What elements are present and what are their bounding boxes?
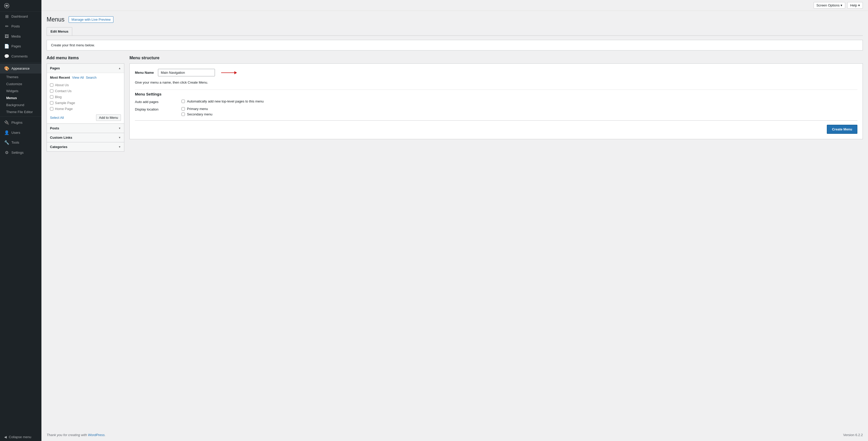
topbar: Screen Options ▾ Help ▾ — [41, 0, 868, 11]
posts-accordion-header[interactable]: Posts ▼ — [47, 124, 124, 133]
sidebar-sub-themes[interactable]: Themes — [0, 73, 41, 80]
sidebar: ⊞ Dashboard ✏ Posts 🖼 Media 📄 Pages 💬 Co… — [0, 0, 41, 441]
screen-options-chevron: ▾ — [841, 3, 842, 7]
sidebar-item-comments[interactable]: 💬 Comments — [0, 52, 41, 61]
sidebar-item-plugins[interactable]: 🔌 Plugins — [0, 118, 41, 128]
help-chevron: ▾ — [858, 3, 860, 7]
pages-accordion-label: Pages — [50, 66, 60, 70]
sidebar-collapse-button[interactable]: ◀ Collapse menu — [0, 433, 41, 441]
sidebar-sub-theme-file-editor[interactable]: Theme File Editor — [0, 108, 41, 115]
pages-tab-search[interactable]: Search — [86, 75, 97, 79]
sidebar-sub-background[interactable]: Background — [0, 101, 41, 108]
sidebar-item-media[interactable]: 🖼 Media — [0, 32, 41, 41]
media-icon: 🖼 — [4, 34, 9, 39]
right-panel: Menu structure Menu Name — [129, 56, 863, 139]
select-all-link[interactable]: Select All — [50, 116, 64, 120]
page-checkbox-contact-us[interactable] — [50, 89, 53, 93]
sidebar-separator — [0, 62, 41, 63]
display-location-options: Primary menu Secondary menu — [182, 107, 212, 116]
page-checkbox-about-us[interactable] — [50, 83, 53, 87]
footer-text-before: Thank you for creating with — [46, 433, 88, 437]
posts-accordion-label: Posts — [50, 126, 59, 130]
sidebar-logo[interactable] — [0, 0, 41, 12]
sidebar-sub-widgets[interactable]: Widgets — [0, 88, 41, 95]
page-label-about-us: About Us — [55, 83, 69, 87]
sidebar-item-label: Pages — [11, 44, 21, 49]
svg-point-1 — [6, 5, 7, 6]
two-column-layout: Add menu items Pages ▲ Most Recent View … — [46, 56, 863, 152]
secondary-menu-checkbox[interactable] — [182, 112, 185, 116]
page-label-home: Home Page — [55, 107, 73, 111]
dashboard-icon: ⊞ — [4, 14, 9, 20]
collapse-label: Collapse menu — [9, 435, 31, 439]
custom-links-chevron-icon: ▼ — [118, 136, 121, 139]
menu-name-input[interactable] — [158, 69, 215, 76]
sidebar-item-label: Comments — [11, 54, 28, 59]
custom-links-accordion-header[interactable]: Custom Links ▼ — [47, 133, 124, 142]
list-item[interactable]: Sample Page — [50, 100, 121, 106]
live-preview-label: Manage with Live Preview — [71, 18, 111, 22]
sidebar-item-dashboard[interactable]: ⊞ Dashboard — [0, 12, 41, 22]
page-title: Menus — [46, 16, 64, 23]
primary-menu-label: Primary menu — [187, 107, 208, 111]
list-item[interactable]: About Us — [50, 82, 121, 88]
auto-add-checkbox[interactable] — [182, 100, 185, 103]
list-item[interactable]: Blog — [50, 94, 121, 100]
arrowhead-icon — [234, 71, 237, 74]
pages-accordion-header[interactable]: Pages ▲ — [47, 64, 124, 73]
menu-footer: Create Menu — [135, 120, 857, 134]
sidebar-sub-customize[interactable]: Customize — [0, 80, 41, 88]
page-checkbox-blog[interactable] — [50, 95, 53, 99]
page-label-blog: Blog — [55, 95, 62, 99]
sidebar-item-posts[interactable]: ✏ Posts — [0, 22, 41, 31]
sidebar-item-tools[interactable]: 🔧 Tools — [0, 138, 41, 147]
sidebar-separator-2 — [0, 116, 41, 117]
screen-options-button[interactable]: Screen Options ▾ — [814, 2, 845, 8]
sidebar-item-label: Users — [11, 130, 20, 135]
sidebar-sub-menus[interactable]: Menus — [0, 95, 41, 101]
pages-chevron-icon: ▲ — [118, 67, 121, 70]
posts-accordion: Posts ▼ — [46, 124, 124, 133]
page-checkbox-home[interactable] — [50, 107, 53, 110]
page-header: Menus Manage with Live Preview — [46, 16, 863, 23]
categories-accordion: Categories ▼ — [46, 142, 124, 152]
sidebar-item-label: Tools — [11, 140, 19, 145]
add-menu-items-title: Add menu items — [46, 56, 124, 60]
live-preview-button[interactable]: Manage with Live Preview — [69, 16, 114, 23]
footer-text: Thank you for creating with WordPress. — [46, 433, 106, 437]
help-button[interactable]: Help ▾ — [847, 2, 863, 8]
auto-add-options: Automatically add new top-level pages to… — [182, 99, 264, 104]
page-checkbox-sample[interactable] — [50, 101, 53, 105]
sidebar-item-pages[interactable]: 📄 Pages — [0, 41, 41, 51]
pages-tab-view-all[interactable]: View All — [72, 75, 84, 79]
add-to-menu-button[interactable]: Add to Menu — [96, 114, 121, 121]
primary-menu-checkbox[interactable] — [182, 107, 185, 110]
add-to-menu-label: Add to Menu — [99, 116, 118, 120]
tools-icon: 🔧 — [4, 140, 9, 145]
page-label-sample: Sample Page — [55, 101, 75, 105]
auto-add-option[interactable]: Automatically add new top-level pages to… — [182, 99, 264, 103]
pages-filter-tabs: Most Recent View All Search — [50, 75, 121, 79]
footer-wordpress-link[interactable]: WordPress — [88, 433, 104, 437]
posts-chevron-icon: ▼ — [118, 127, 121, 130]
create-menu-button[interactable]: Create Menu — [827, 125, 857, 134]
auto-add-label: Auto add pages — [135, 99, 171, 104]
sidebar-item-settings[interactable]: ⚙ Settings — [0, 148, 41, 158]
sidebar-item-appearance[interactable]: 🎨 Appearance — [0, 64, 41, 73]
sidebar-item-users[interactable]: 👤 Users — [0, 128, 41, 138]
pages-tab-most-recent[interactable]: Most Recent — [50, 75, 70, 79]
tab-edit-menus[interactable]: Edit Menus — [46, 27, 72, 35]
sidebar-item-label: Settings — [11, 150, 24, 155]
primary-menu-option[interactable]: Primary menu — [182, 107, 212, 111]
content-area: Menus Manage with Live Preview Edit Menu… — [41, 11, 868, 429]
pages-accordion-body: Most Recent View All Search About Us — [47, 73, 124, 124]
list-item[interactable]: Contact Us — [50, 88, 121, 94]
secondary-menu-option[interactable]: Secondary menu — [182, 112, 212, 116]
categories-accordion-header[interactable]: Categories ▼ — [47, 142, 124, 151]
list-item[interactable]: Home Page — [50, 106, 121, 112]
users-icon: 👤 — [4, 130, 9, 136]
custom-links-label: Custom Links — [50, 136, 72, 139]
menu-settings-title: Menu Settings — [135, 90, 857, 96]
theme-file-editor-label: Theme File Editor — [6, 110, 33, 114]
menu-name-row: Menu Name — [135, 69, 857, 76]
